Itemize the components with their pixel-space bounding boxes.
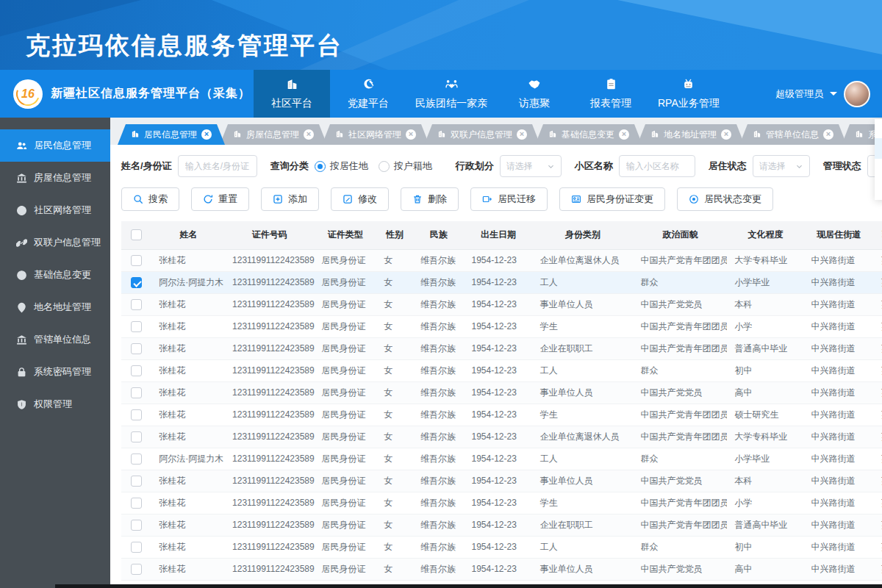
row-checkbox[interactable] [131, 520, 142, 531]
action-button[interactable]: 修改 [331, 187, 389, 211]
nav-item[interactable]: 报表管理 [573, 70, 649, 118]
table-row[interactable]: 阿尔法·阿提力木 12311991122423589 居民身份证 女 维吾尔族 … [121, 448, 882, 470]
tab-menu-item[interactable]: 关闭标签 [875, 138, 882, 159]
close-icon[interactable]: × [517, 129, 527, 140]
link-icon [16, 237, 27, 248]
row-checkbox[interactable] [131, 542, 142, 553]
close-icon[interactable]: × [201, 129, 212, 140]
row-checkbox[interactable] [131, 365, 142, 376]
tab[interactable]: 管辖单位信息 × [739, 124, 847, 145]
select-all-checkbox[interactable] [131, 229, 142, 240]
cell-street: 中兴路街道 [804, 337, 874, 359]
tab-menu-item[interactable]: 关闭全部标签 [875, 159, 882, 179]
table-row[interactable]: 张桂花 12311991122423589 居民身份证 女 维吾尔族 1954-… [121, 337, 882, 359]
close-icon[interactable]: × [823, 129, 833, 140]
user-menu[interactable]: 超级管理员 [775, 70, 882, 118]
nav-menu: 社区平台 党建平台 民族团结一家亲 访惠聚 [254, 70, 728, 118]
sidebar-item[interactable]: 地名地址管理 [0, 291, 110, 323]
tab-menu-item[interactable]: 关闭其他标签 [875, 179, 882, 200]
nav-item[interactable]: 党建平台 [330, 70, 406, 118]
row-checkbox[interactable] [131, 277, 142, 288]
table-row[interactable]: 张桂花 12311991122423589 居民身份证 女 维吾尔族 1954-… [121, 359, 882, 381]
cell-name: 阿尔法·阿提力木 [151, 271, 225, 293]
row-checkbox[interactable] [131, 343, 142, 354]
button-label: 添加 [288, 193, 307, 206]
tab-menu-toggle[interactable] [875, 119, 882, 138]
action-button[interactable]: 删除 [401, 187, 459, 211]
tab[interactable]: 居民信息管理 × [118, 124, 225, 145]
tab[interactable]: 社区网络管理 × [322, 124, 429, 145]
row-checkbox[interactable] [131, 387, 142, 398]
close-icon[interactable]: × [619, 129, 629, 140]
close-icon[interactable]: × [406, 129, 416, 140]
row-checkbox[interactable] [131, 299, 142, 310]
status-icon [689, 194, 699, 204]
tab[interactable]: 地名地址管理 × [637, 124, 745, 145]
close-icon[interactable]: × [304, 129, 314, 140]
nav-item-label: 访惠聚 [519, 97, 550, 110]
row-checkbox[interactable] [131, 453, 142, 465]
table-row[interactable]: 张桂花 12311991122423589 居民身份证 女 维吾尔族 1954-… [121, 536, 882, 558]
row-checkbox[interactable] [131, 476, 142, 487]
cell-gender: 女 [376, 359, 413, 381]
table-row[interactable]: 张桂花 12311991122423589 居民身份证 女 维吾尔族 1954-… [121, 492, 882, 514]
table-row[interactable]: 张桂花 12311991122423589 居民身份证 女 维吾尔族 1954-… [121, 381, 882, 404]
sidebar-item[interactable]: 双联户信息管理 [0, 226, 110, 259]
tab[interactable]: 基础信息变更 × [535, 124, 642, 145]
community-filter-input[interactable] [619, 155, 695, 177]
table-row[interactable]: 张桂花 12311991122423589 居民身份证 女 维吾尔族 1954-… [121, 426, 882, 448]
nav-item[interactable]: RPA业务管理 [649, 70, 728, 118]
table-row[interactable]: 张桂花 12311991122423589 居民身份证 女 维吾尔族 1954-… [121, 315, 882, 337]
sidebar-item[interactable]: 管辖单位信息 [0, 323, 110, 356]
action-button[interactable]: 添加 [261, 187, 319, 211]
close-icon[interactable]: × [721, 129, 731, 140]
row-checkbox[interactable] [131, 564, 142, 575]
avatar[interactable] [844, 81, 870, 107]
residence-status-select[interactable]: 请选择 [753, 155, 810, 177]
sidebar-item[interactable]: 基础信息变更 [0, 259, 110, 291]
tab[interactable]: 房屋信息管理 × [220, 124, 327, 145]
sidebar-item[interactable]: 权限管理 [0, 388, 110, 420]
table-row[interactable]: 张桂花 12311991122423589 居民身份证 女 维吾尔族 1954-… [121, 404, 882, 426]
table-row[interactable]: 阿尔法·阿提力木 12311991122423589 居民身份证 女 维吾尔族 … [121, 271, 882, 293]
action-button[interactable]: 居民状态变更 [677, 187, 773, 211]
row-checkbox[interactable] [131, 321, 142, 332]
cell-gender: 女 [376, 492, 413, 514]
nav-item[interactable]: 访惠聚 [496, 70, 573, 118]
row-checkbox[interactable] [131, 498, 142, 509]
action-button[interactable]: 搜索 [121, 187, 179, 211]
cell-street: 中兴路街道 [804, 536, 874, 558]
action-button[interactable]: 居民迁移 [470, 187, 548, 211]
name-filter-input[interactable] [178, 155, 257, 177]
nav-item[interactable]: 民族团结一家亲 [406, 70, 496, 118]
cell-street: 中兴路街道 [804, 381, 874, 404]
sidebar-item[interactable]: 系统密码管理 [0, 356, 110, 388]
district-select[interactable]: 请选择 [500, 155, 562, 177]
sidebar-item[interactable]: 房屋信息管理 [0, 162, 110, 194]
sidebar-item[interactable]: 居民信息管理 [0, 129, 110, 162]
cell-community: 芙蓉社区居委会 [874, 448, 882, 470]
table-row[interactable]: 张桂花 12311991122423589 居民身份证 女 维吾尔族 1954-… [121, 558, 882, 580]
nav-item[interactable]: 社区平台 [254, 70, 330, 118]
table-row[interactable]: 张桂花 12311991122423589 居民身份证 女 维吾尔族 1954-… [121, 249, 882, 271]
table-row[interactable]: 张桂花 12311991122423589 居民身份证 女 维吾尔族 1954-… [121, 293, 882, 315]
radio-by-household[interactable]: 按户籍地 [379, 159, 432, 173]
action-button[interactable]: 居民身份证变更 [559, 187, 665, 211]
tab[interactable]: 双联户信息管理 × [424, 124, 540, 145]
row-checkbox[interactable] [131, 431, 142, 442]
building-icon [855, 129, 864, 140]
cell-birth: 1954-12-23 [464, 426, 532, 448]
user-name: 超级管理员 [775, 87, 823, 101]
sidebar-item[interactable]: 社区网络管理 [0, 194, 110, 226]
cell-politics: 中国共产党党员 [633, 558, 727, 580]
table-row[interactable]: 张桂花 12311991122423589 居民身份证 女 维吾尔族 1954-… [121, 470, 882, 492]
cell-id-number: 12311991122423589 [225, 492, 315, 514]
app-window: 克拉玛依信息服务管理平台 16 新疆社区信息服务管理平台（采集） 社区平台 党建… [0, 0, 882, 588]
cell-community: 芙蓉社区居委会 [874, 249, 882, 271]
cell-street: 中兴路街道 [804, 293, 874, 315]
action-button[interactable]: 重置 [191, 187, 249, 211]
row-checkbox[interactable] [131, 255, 142, 266]
table-row[interactable]: 张桂花 12311991122423589 居民身份证 女 维吾尔族 1954-… [121, 514, 882, 536]
radio-by-residence[interactable]: 按居住地 [315, 159, 368, 173]
row-checkbox[interactable] [131, 409, 142, 420]
